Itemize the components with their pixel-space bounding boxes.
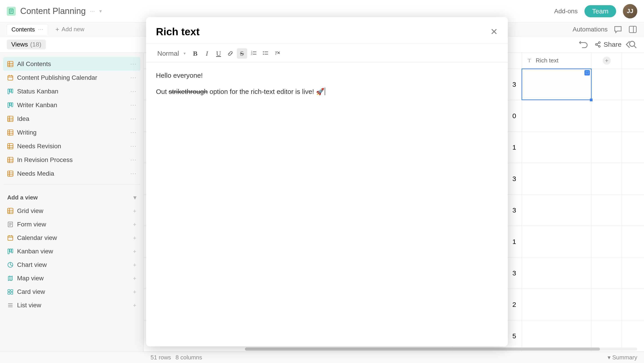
card-icon: [7, 289, 14, 295]
panel-icon[interactable]: [628, 25, 637, 34]
sidebar-item-label: Needs Revision: [17, 143, 61, 150]
tab-more-icon[interactable]: [38, 26, 43, 32]
clear-format-button[interactable]: [272, 48, 282, 59]
plus-icon[interactable]: +: [133, 208, 136, 214]
unordered-list-button[interactable]: [260, 48, 270, 59]
calendar-icon: [7, 235, 14, 241]
views-pill[interactable]: Views (18): [7, 40, 46, 50]
add-view-label: Card view: [17, 288, 45, 296]
add-view-label: Grid view: [17, 207, 43, 214]
title-more-icon[interactable]: [90, 8, 95, 14]
ordered-list-button[interactable]: [248, 48, 259, 59]
list-icon: [7, 302, 14, 308]
team-button[interactable]: Team: [584, 5, 616, 17]
plus-icon[interactable]: +: [133, 221, 136, 228]
richtext-editor[interactable]: Hello everyone! Out strikethrough option…: [146, 64, 508, 109]
bold-button[interactable]: B: [190, 48, 200, 59]
richtext-cell[interactable]: [522, 69, 592, 100]
grid-icon: [7, 130, 14, 136]
add-view-label: Kanban view: [17, 248, 53, 255]
horizontal-scrollbar[interactable]: [144, 346, 644, 352]
search-icon[interactable]: [628, 40, 637, 49]
views-count: (18): [30, 41, 41, 48]
title-dropdown-icon[interactable]: [99, 8, 102, 14]
richtext-cell[interactable]: [522, 163, 592, 194]
column-header-label: Rich text: [536, 57, 558, 64]
plus-icon[interactable]: +: [133, 248, 136, 255]
add-column-button[interactable]: [592, 52, 622, 68]
item-more-icon[interactable]: [130, 88, 136, 95]
item-more-icon[interactable]: [130, 170, 136, 177]
sidebar-view-item[interactable]: Needs Media: [3, 167, 140, 180]
automations-link[interactable]: Automations: [572, 26, 608, 33]
add-view-type-item[interactable]: Card view +: [3, 285, 140, 298]
sidebar-view-item[interactable]: Idea: [3, 112, 140, 126]
summary-dropdown[interactable]: Summary: [608, 354, 637, 361]
sidebar-view-item[interactable]: Writing: [3, 126, 140, 139]
chart-icon: [7, 262, 14, 268]
app-doc-icon[interactable]: [7, 7, 16, 16]
richtext-cell[interactable]: [522, 258, 592, 289]
item-more-icon[interactable]: [130, 74, 136, 81]
add-view-label: Chart view: [17, 261, 47, 268]
share-button[interactable]: Share: [594, 41, 622, 48]
richtext-cell[interactable]: [522, 226, 592, 257]
add-view-label: Form view: [17, 221, 46, 228]
plus-icon[interactable]: +: [133, 302, 136, 309]
strikethrough-button[interactable]: S: [237, 48, 247, 59]
plus-icon[interactable]: +: [133, 275, 136, 282]
close-button[interactable]: ✕: [490, 26, 498, 37]
kanban-icon: [7, 88, 14, 94]
add-new-label: Add new: [62, 26, 84, 33]
sidebar-view-item[interactable]: Content Publishing Calendar: [3, 71, 140, 84]
tab-contents[interactable]: Contents: [7, 24, 48, 35]
grid-icon: [7, 143, 14, 150]
column-header-richtext[interactable]: Rich text: [522, 52, 592, 68]
avatar[interactable]: JJ: [623, 4, 637, 18]
format-label: Normal: [157, 50, 179, 57]
plus-icon[interactable]: +: [133, 234, 136, 242]
sidebar-view-item[interactable]: All Contents: [3, 57, 140, 71]
sidebar-view-item[interactable]: Needs Revision: [3, 139, 140, 153]
item-more-icon[interactable]: [130, 142, 136, 150]
add-view-type-item[interactable]: Calendar view +: [3, 231, 140, 244]
richtext-cell[interactable]: [522, 194, 592, 226]
plus-icon[interactable]: +: [133, 288, 136, 296]
item-more-icon[interactable]: [130, 156, 136, 164]
add-view-type-item[interactable]: List view +: [3, 298, 140, 312]
item-more-icon[interactable]: [130, 129, 136, 136]
add-view-type-item[interactable]: Map view +: [3, 272, 140, 285]
sidebar-view-item[interactable]: Writer Kanban: [3, 98, 140, 112]
richtext-cell[interactable]: [522, 132, 592, 163]
add-view-type-item[interactable]: Chart view +: [3, 258, 140, 272]
underline-button[interactable]: U: [214, 48, 224, 59]
add-a-view-heading[interactable]: Add a view: [3, 191, 140, 204]
expand-icon[interactable]: [584, 70, 590, 76]
add-view-type-item[interactable]: Kanban view +: [3, 244, 140, 258]
add-view-label: Calendar view: [17, 234, 57, 242]
italic-button[interactable]: I: [202, 48, 212, 59]
grid-icon: [7, 208, 14, 214]
sidebar-view-item[interactable]: In Revision Process: [3, 153, 140, 167]
richtext-cell[interactable]: [522, 289, 592, 320]
sidebar-divider: [3, 184, 140, 185]
item-more-icon[interactable]: [130, 101, 136, 109]
format-select[interactable]: Normal ▾: [154, 48, 189, 59]
add-view-type-item[interactable]: Grid view +: [3, 204, 140, 218]
kanban-icon: [7, 248, 14, 254]
add-view-type-item[interactable]: Form view +: [3, 218, 140, 231]
map-icon: [7, 275, 14, 282]
richtext-cell[interactable]: [522, 100, 592, 132]
item-more-icon[interactable]: [130, 60, 136, 68]
link-button[interactable]: [225, 48, 236, 59]
comments-icon[interactable]: [614, 25, 622, 34]
add-new-tab[interactable]: Add new: [55, 26, 84, 33]
page-title[interactable]: Content Planning: [20, 6, 86, 16]
add-view-label: List view: [17, 302, 41, 309]
chevron-down-icon[interactable]: [134, 194, 136, 201]
item-more-icon[interactable]: [130, 115, 136, 122]
sidebar-view-item[interactable]: Status Kanban: [3, 84, 140, 98]
add-ons-link[interactable]: Add-ons: [554, 8, 578, 15]
undo-icon[interactable]: [579, 40, 588, 49]
plus-icon[interactable]: +: [133, 262, 136, 268]
